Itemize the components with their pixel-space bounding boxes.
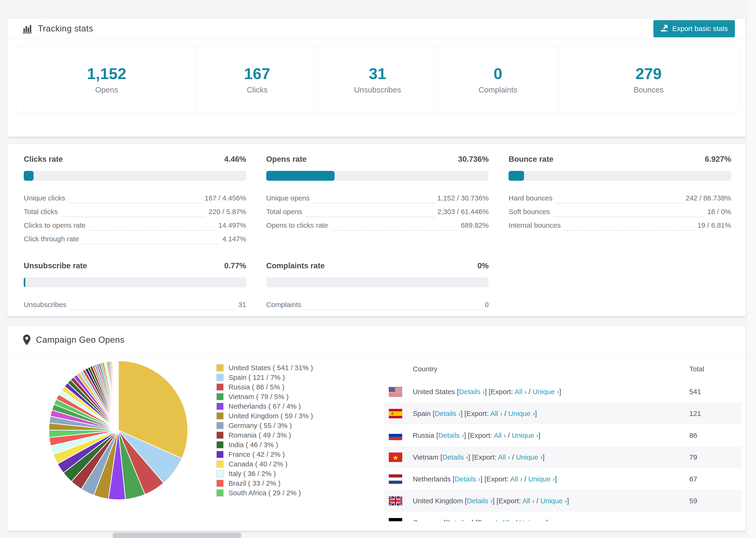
legend-swatch <box>216 431 224 439</box>
nl-flag-icon <box>389 474 402 484</box>
legend-swatch <box>216 403 224 410</box>
legend-swatch <box>216 364 224 372</box>
rate-stat-value: 4.147% <box>222 235 246 244</box>
rate-value: 30.736% <box>458 155 489 164</box>
export-basic-stats-button[interactable]: Export basic stats <box>653 20 735 37</box>
campaign-geo-opens-card: Campaign Geo Opens United States ( 541 /… <box>7 326 746 531</box>
de-flag-icon <box>389 518 402 521</box>
summary-stats-row: 1,152Opens167Clicks31Unsubscribes0Compla… <box>16 46 739 113</box>
dotted-leader <box>305 307 482 310</box>
us-flag-icon <box>389 387 402 397</box>
rate-stat-label: Click through rate <box>24 235 79 244</box>
rate-stat-row: Opens to clicks rate689.82% <box>266 217 489 231</box>
rate-stat-label: Unsubscribes <box>24 301 67 310</box>
rate-block-bounce-rate: Bounce rate6.927%Hard bounces242 / 86.73… <box>509 155 731 244</box>
rate-stat-row: Clicks to opens rate14.497% <box>24 217 246 231</box>
legend-swatch <box>216 489 224 497</box>
rate-stat-row: Total opens2,303 / 61.446% <box>266 203 489 217</box>
export-unique-link[interactable]: Unique › <box>532 388 559 396</box>
rate-stat-value: 0 <box>485 301 489 310</box>
summary-stat-opens: 1,152Opens <box>17 46 197 113</box>
pie-legend: United States ( 541 / 31% )Spain ( 121 /… <box>216 363 327 498</box>
details-link[interactable]: Details › <box>442 453 468 461</box>
legend-label: France ( 42 / 2% ) <box>229 451 285 458</box>
gb-flag-icon <box>389 496 402 506</box>
stat-label: Unsubscribes <box>354 85 401 94</box>
horizontal-scrollbar-thumb[interactable] <box>112 533 242 538</box>
legend-item-germany: Germany ( 55 / 3% ) <box>216 421 327 430</box>
bar-chart-icon <box>23 24 33 33</box>
export-unique-link[interactable]: Unique › <box>540 497 567 505</box>
details-link[interactable]: Details › <box>446 519 471 521</box>
rate-stat-value: 31 <box>238 301 246 310</box>
legend-label: Italy ( 36 / 2% ) <box>229 470 276 478</box>
legend-item-romania: Romania ( 49 / 3% ) <box>216 430 327 440</box>
export-unique-link[interactable]: Unique › <box>508 409 535 417</box>
export-icon <box>661 24 669 33</box>
total-cell: 541 <box>689 388 742 396</box>
dotted-leader <box>89 228 215 231</box>
table-row-nl: Netherlands [Details ›] [Export: All › /… <box>384 468 742 490</box>
legend-item-united-states: United States ( 541 / 31% ) <box>216 363 327 372</box>
rate-progress-bar <box>266 278 489 287</box>
country-cell: United States [Details ›] [Export: All ›… <box>413 388 561 396</box>
legend-swatch <box>216 422 224 429</box>
tracking-stats-card: Tracking stats Export basic stats 1,152O… <box>7 18 746 137</box>
legend-item-vietnam: Vietnam ( 79 / 5% ) <box>216 392 327 402</box>
legend-label: Netherlands ( 67 / 4% ) <box>229 402 301 410</box>
export-unique-link[interactable]: Unique › <box>528 475 555 483</box>
rate-value: 6.927% <box>705 155 731 164</box>
stat-value: 31 <box>369 65 387 82</box>
rate-stat-value: 220 / 5.87% <box>209 208 246 217</box>
details-link[interactable]: Details › <box>467 497 493 505</box>
rate-stat-value: 167 / 4.456% <box>205 194 246 203</box>
legend-swatch <box>216 441 224 449</box>
legend-label: Germany ( 55 / 3% ) <box>229 422 292 430</box>
export-all-link[interactable]: All › <box>514 388 527 396</box>
rate-title: Bounce rate <box>509 155 553 164</box>
column-header-country: Country <box>384 365 437 373</box>
export-unique-link[interactable]: Unique › <box>516 453 543 461</box>
export-unique-link[interactable]: Unique › <box>512 431 538 439</box>
dotted-leader <box>331 228 458 231</box>
details-link[interactable]: Details › <box>455 475 480 483</box>
details-link[interactable]: Details › <box>459 388 485 396</box>
total-cell: 79 <box>689 453 742 461</box>
export-unique-link[interactable]: Unique › <box>519 519 546 521</box>
stat-label: Opens <box>95 85 118 94</box>
rate-stat-row: Soft bounces18 / 0% <box>509 203 731 217</box>
export-all-link[interactable]: All › <box>501 519 513 521</box>
table-row-us: United States [Details ›] [Export: All ›… <box>384 381 742 403</box>
rate-block-clicks-rate: Clicks rate4.46%Unique clicks167 / 4.456… <box>24 155 246 244</box>
rate-stat-label: Soft bounces <box>509 208 550 217</box>
rate-stat-row: Hard bounces242 / 86.738% <box>509 190 731 203</box>
export-all-link[interactable]: All › <box>498 453 510 461</box>
rate-stat-row: Unique opens1,152 / 30.736% <box>266 190 489 203</box>
export-all-link[interactable]: All › <box>522 497 535 505</box>
ru-flag-icon <box>389 431 402 440</box>
rate-value: 4.46% <box>224 155 246 164</box>
stat-label: Bounces <box>633 85 664 94</box>
geo-table-header: Country Total <box>384 357 742 381</box>
rate-stat-label: Unique clicks <box>24 194 65 203</box>
rate-block-opens-rate: Opens rate30.736%Unique opens1,152 / 30.… <box>266 155 489 244</box>
rate-stat-label: Clicks to opens rate <box>24 221 85 231</box>
export-all-link[interactable]: All › <box>510 475 522 483</box>
summary-stat-complaints: 0Complaints <box>438 46 558 113</box>
legend-item-netherlands: Netherlands ( 67 / 4% ) <box>216 402 327 411</box>
rate-stat-value: 2,303 / 61.446% <box>437 208 489 217</box>
details-link[interactable]: Details › <box>435 409 460 417</box>
export-all-link[interactable]: All › <box>490 409 503 417</box>
vertical-scrollbar-track[interactable] <box>747 0 756 538</box>
rate-stat-label: Hard bounces <box>509 194 553 203</box>
country-cell: Germany [Details ›] [Export: All › / Uni… <box>413 519 548 521</box>
details-link[interactable]: Details › <box>438 431 464 439</box>
legend-item-canada: Canada ( 40 / 2% ) <box>216 459 327 469</box>
rate-progress-bar <box>509 171 731 181</box>
dotted-leader <box>553 214 704 217</box>
dotted-leader <box>82 241 219 244</box>
rate-stat-row: Internal bounces19 / 6.81% <box>509 217 731 231</box>
legend-label: United States ( 541 / 31% ) <box>229 364 313 372</box>
export-all-link[interactable]: All › <box>494 431 506 439</box>
column-header-total: Total <box>689 365 742 373</box>
